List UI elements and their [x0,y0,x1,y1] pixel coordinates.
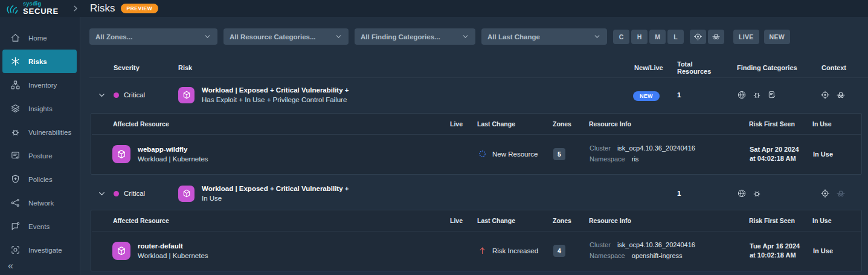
zones-filter-label: All Zones... [95,33,132,40]
low-filter-button[interactable]: L [667,30,684,44]
brand-suite: SECURE [23,7,59,16]
namespace-value: ris [632,155,639,163]
sidebar-item-label: Investigate [28,247,62,254]
sidebar-item-posture[interactable]: Posture [0,144,80,167]
column-header-live: Live [450,120,477,128]
collapse-row-button[interactable] [89,91,114,100]
column-header-zones: Zones [553,120,589,128]
sidebar-item-home[interactable]: Home [0,26,80,50]
critical-severity-dot [114,191,119,196]
collapse-row-button[interactable] [89,189,114,198]
incognito-filter-button[interactable] [708,30,724,44]
resource-info-cell: Cluster isk_ocp4.10.36_20240416 Namespac… [590,240,750,261]
zones-cell: 4 [553,245,590,257]
sidebar-item-label: Policies [28,176,53,183]
cube-icon [182,90,191,100]
column-header-risk-first-seen: Risk First Seen [749,120,812,128]
resource-row[interactable]: webapp-wildfly Workload | Kubernetes New… [91,135,861,174]
column-header-total-resources: Total Resources [674,60,728,75]
sidebar-item-inventory[interactable]: Inventory [0,73,80,97]
chevron-down-icon [97,189,106,198]
sidebar-item-label: Network [28,199,54,207]
investigate-icon [10,245,21,255]
risk-first-seen-date: Sat Apr 20 2024 [750,145,813,154]
last-change-cell: New Resource [478,149,553,158]
chevron-down-icon [461,33,469,40]
context-cell [809,189,868,198]
resource-name: webapp-wildfly [138,146,208,153]
risk-title-line2: Has Exploit + In Use + Privilege Control… [202,96,349,103]
network-icon [10,198,21,208]
column-header-zones: Zones [553,217,589,224]
column-header-finding-categories: Finding Categories [728,64,809,71]
resource-type: Workload | Kubernetes [138,252,208,259]
target-filter-button[interactable] [690,30,706,44]
risk-row[interactable]: Critical Workload | Exposed + Critical V… [89,178,868,209]
sidebar-item-events[interactable]: Events [0,215,80,238]
globe-icon [737,90,747,100]
resources-table-header: Affected Resource Live Last Change Zones… [92,114,861,135]
cluster-label: Cluster [590,144,611,152]
live-new-buttons: LIVE NEW [733,30,790,44]
sidebar: Home Risks Inventory Insights Vulnerabil… [0,17,80,275]
resource-type: Workload | Kubernetes [138,155,208,163]
risk-first-seen-date: Tue Apr 16 2024 [750,242,813,251]
zones-filter-dropdown[interactable]: All Zones... [89,28,217,45]
cube-icon [116,149,127,160]
inventory-icon [10,80,21,90]
new-toggle-button[interactable]: NEW [764,30,790,44]
chevron-right-icon[interactable] [71,4,80,13]
in-use-cell: In Use [813,247,861,254]
cluster-value: isk_ocp4.10.36_20240416 [617,144,695,152]
critical-filter-button[interactable]: C [613,30,629,44]
resource-name: router-default [138,242,208,250]
finding-categories-cell [728,90,809,100]
sidebar-item-insights[interactable]: Insights [0,97,80,120]
risk-increased-icon [478,246,487,255]
column-header-resource-info: Resource Info [589,217,749,224]
live-toggle-button[interactable]: LIVE [733,30,759,44]
workload-icon [178,186,194,202]
resource-row[interactable]: router-default Workload | Kubernetes Ris… [91,231,861,271]
bug-icon [752,90,762,100]
resource-categories-filter-dropdown[interactable]: All Resource Categories... [223,28,349,45]
chevron-down-icon [97,91,106,100]
sidebar-item-vulnerabilities[interactable]: Vulnerabilities [0,120,80,144]
affected-resource-cell[interactable]: router-default Workload | Kubernetes [112,242,451,260]
sidebar-item-policies[interactable]: Policies [0,167,80,191]
column-header-live: Live [450,217,477,224]
medium-filter-button[interactable]: M [649,30,666,44]
chevron-down-icon [204,33,211,40]
sidebar-item-investigate[interactable]: Investigate [0,238,80,262]
workload-icon [178,87,194,103]
column-header-resource-info: Resource Info [589,120,749,128]
brand-text: sysdig SECURE [23,1,59,15]
zones-count-badge[interactable]: 4 [553,245,565,257]
column-header-affected-resource: Affected Resource [113,217,450,224]
sidebar-item-label: Posture [28,152,53,160]
sysdig-logo-icon [5,1,19,16]
high-filter-button[interactable]: H [631,30,648,44]
new-resource-icon [478,149,487,158]
risk-title-line1: Workload | Exposed + Critical Vulnerabil… [202,86,349,94]
target-icon [693,32,702,41]
sidebar-item-label: Home [28,34,47,42]
preview-badge: PREVIEW [121,4,159,13]
finding-categories-filter-dropdown[interactable]: All Finding Categories... [355,28,475,45]
brand[interactable]: sysdig SECURE [0,1,71,16]
globe-icon [737,189,747,198]
risk-description[interactable]: Workload | Exposed + Critical Vulnerabil… [202,185,349,202]
affected-resource-cell[interactable]: webapp-wildfly Workload | Kubernetes [112,145,451,163]
namespace-label: Namespace [590,155,625,163]
policies-icon [10,174,21,184]
sidebar-collapse-button[interactable]: « [8,260,13,271]
zones-count-badge[interactable]: 5 [553,148,565,160]
last-change-label: Risk Increased [492,247,538,254]
risk-first-seen-cell: Sat Apr 20 2024 at 04:02:18 AM [750,145,813,163]
sidebar-item-network[interactable]: Network [0,191,80,215]
risk-title-line1: Workload | Exposed + Critical Vulnerabil… [202,185,349,192]
sidebar-item-risks[interactable]: Risks [2,50,77,73]
risk-row[interactable]: Critical Workload | Exposed + Critical V… [89,78,868,112]
last-change-filter-dropdown[interactable]: All Last Change [481,28,607,45]
risk-description[interactable]: Workload | Exposed + Critical Vulnerabil… [202,86,349,103]
